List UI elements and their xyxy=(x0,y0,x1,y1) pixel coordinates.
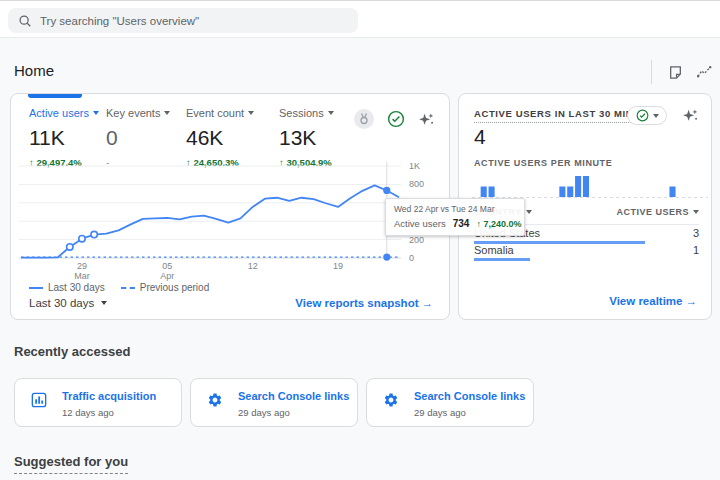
header-divider xyxy=(651,60,652,84)
svg-text:05: 05 xyxy=(162,261,172,271)
chevron-down-icon xyxy=(248,111,254,115)
recent-card-time: 29 days ago xyxy=(238,407,349,418)
recent-card-label[interactable]: Search Console links xyxy=(238,390,349,402)
tooltip-change: ↑ 7,240.0% xyxy=(476,219,521,229)
note-icon[interactable] xyxy=(668,65,683,80)
date-range-selector[interactable]: Last 30 days xyxy=(29,297,107,309)
per-minute-bar-chart xyxy=(472,172,708,199)
chevron-down-icon xyxy=(93,111,99,115)
metric-sessions-value: 13K xyxy=(279,126,334,150)
overview-chart-svg[interactable]: 1K800600400200029Mar05Apr1219 xyxy=(19,156,443,284)
search-icon xyxy=(18,14,32,28)
chevron-down-icon xyxy=(328,111,334,115)
svg-text:Mar: Mar xyxy=(74,271,90,281)
chevron-down-icon xyxy=(101,301,107,305)
recent-card-time: 12 days ago xyxy=(62,407,156,418)
recent-card-traffic-acquisition[interactable]: Traffic acquisition 12 days ago xyxy=(14,378,182,427)
chevron-down-icon xyxy=(653,114,659,118)
insights-sparkle-icon[interactable] xyxy=(418,111,435,128)
svg-text:0: 0 xyxy=(409,253,414,263)
search-input[interactable] xyxy=(40,15,348,27)
overview-card: Active users 11K ↑ 29,497.4% Key events … xyxy=(10,93,450,320)
country-value: 3 xyxy=(693,227,699,239)
view-reports-snapshot-link[interactable]: View reports snapshot→ xyxy=(295,297,433,309)
country-value: 1 xyxy=(693,244,699,256)
realtime-users-value: 4 xyxy=(474,125,486,149)
metric-key-events-value: 0 xyxy=(106,126,170,150)
chevron-down-icon xyxy=(164,111,170,115)
chevron-down-icon xyxy=(693,210,699,214)
check-circle-icon xyxy=(636,109,649,122)
gear-icon xyxy=(383,392,399,412)
bar-chart-icon xyxy=(31,392,47,412)
signals-disabled-icon[interactable] xyxy=(354,109,374,129)
metric-event-count-value: 46K xyxy=(186,126,254,150)
recently-accessed-title: Recently accessed xyxy=(14,344,130,359)
recent-card-time: 29 days ago xyxy=(414,407,525,418)
realtime-status-dropdown[interactable] xyxy=(627,106,667,125)
page-title: Home xyxy=(14,62,54,79)
svg-text:19: 19 xyxy=(333,261,343,271)
recent-card-label[interactable]: Search Console links xyxy=(414,390,525,402)
svg-text:29: 29 xyxy=(77,261,87,271)
insights-icon[interactable] xyxy=(697,65,712,80)
data-quality-check-icon[interactable] xyxy=(387,110,405,128)
svg-text:12: 12 xyxy=(248,261,258,271)
svg-text:200: 200 xyxy=(409,235,424,245)
metric-event-count-dropdown[interactable]: Event count xyxy=(186,107,254,119)
search-box[interactable] xyxy=(8,8,358,33)
chart-legend: Last 30 days Previous period xyxy=(29,282,209,293)
gear-icon xyxy=(207,392,223,412)
active-metric-tab-indicator xyxy=(28,94,82,98)
recent-card-search-console-links-1[interactable]: Search Console links 29 days ago xyxy=(190,378,358,427)
view-realtime-link[interactable]: View realtime→ xyxy=(609,295,697,307)
metric-sessions-dropdown[interactable]: Sessions xyxy=(279,107,334,119)
insights-sparkle-icon[interactable] xyxy=(682,107,699,128)
country-name: Somalia xyxy=(474,244,514,256)
suggested-for-you-title: Suggested for you xyxy=(14,454,128,474)
metric-active-users-dropdown[interactable]: Active users xyxy=(29,107,99,119)
svg-text:1K: 1K xyxy=(409,161,420,171)
chevron-down-icon xyxy=(526,210,532,214)
recent-card-label[interactable]: Traffic acquisition xyxy=(62,390,156,402)
legend-dashed-line xyxy=(121,287,135,289)
legend-solid-line xyxy=(29,287,43,289)
arrow-right-icon: → xyxy=(422,297,434,309)
tooltip-metric: Active users xyxy=(394,218,446,229)
main-content: Home Active users 11K ↑ 29,497.4% Key ev… xyxy=(0,38,720,480)
recent-card-search-console-links-2[interactable]: Search Console links 29 days ago xyxy=(366,378,534,427)
tooltip-value: 734 xyxy=(453,218,470,229)
table-row: Somalia1 xyxy=(474,244,699,261)
country-bar xyxy=(474,258,530,261)
arrow-right-icon: → xyxy=(686,295,698,307)
metric-key-events-dropdown[interactable]: Key events xyxy=(106,107,170,119)
chart-tooltip: Wed 22 Apr vs Tue 24 Mar Active users 73… xyxy=(385,198,525,236)
active-users-column-header[interactable]: ACTIVE USERS xyxy=(616,207,699,217)
top-bar xyxy=(0,0,720,38)
per-minute-label: ACTIVE USERS PER MINUTE xyxy=(474,158,612,168)
svg-text:Apr: Apr xyxy=(160,271,174,281)
svg-text:800: 800 xyxy=(409,179,424,189)
metric-active-users-value: 11K xyxy=(29,126,99,150)
tooltip-date: Wed 22 Apr vs Tue 24 Mar xyxy=(394,204,516,214)
